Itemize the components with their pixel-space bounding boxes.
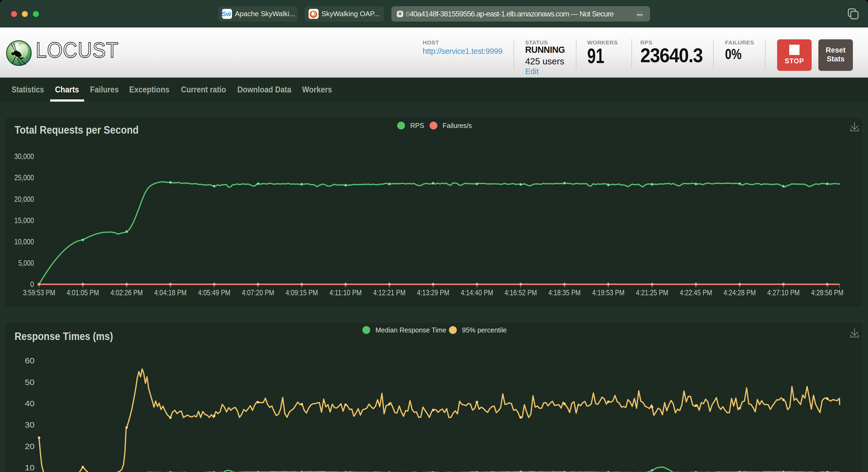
svg-text:4:02:26 PM: 4:02:26 PM — [110, 288, 143, 297]
svg-text:25,000: 25,000 — [14, 173, 34, 182]
svg-text:10: 10 — [25, 463, 34, 472]
svg-text:15,000: 15,000 — [14, 216, 34, 225]
svg-text:30: 30 — [25, 420, 34, 429]
svg-text:20: 20 — [25, 442, 34, 451]
svg-text:4:09:15 PM: 4:09:15 PM — [286, 288, 318, 297]
svg-text:4:18:35 PM: 4:18:35 PM — [548, 288, 581, 297]
svg-text:4:16:52 PM: 4:16:52 PM — [505, 288, 537, 297]
svg-text:4:22:45 PM: 4:22:45 PM — [680, 288, 712, 297]
svg-text:Response Times (ms): Response Times (ms) — [14, 330, 113, 342]
svg-text:4:14:40 PM: 4:14:40 PM — [461, 288, 493, 297]
svg-text:4:07:20 PM: 4:07:20 PM — [242, 288, 274, 297]
svg-text:Failures/s: Failures/s — [443, 122, 472, 129]
svg-text:4:11:10 PM: 4:11:10 PM — [329, 288, 362, 297]
svg-text:30,000: 30,000 — [14, 152, 34, 161]
svg-text:0: 0 — [30, 280, 34, 289]
svg-text:Median Response Time: Median Response Time — [375, 326, 446, 334]
svg-text:4:13:29 PM: 4:13:29 PM — [417, 288, 450, 297]
svg-text:4:19:53 PM: 4:19:53 PM — [592, 288, 624, 297]
svg-text:Total Requests per Second: Total Requests per Second — [14, 124, 138, 136]
svg-text:5,000: 5,000 — [18, 258, 34, 267]
svg-text:10,000: 10,000 — [14, 237, 34, 246]
svg-text:20,000: 20,000 — [14, 195, 34, 203]
svg-text:4:01:05 PM: 4:01:05 PM — [67, 288, 99, 297]
svg-text:40: 40 — [25, 399, 34, 408]
svg-text:50: 50 — [25, 378, 34, 386]
svg-text:60: 60 — [25, 356, 34, 365]
svg-text:4:05:49 PM: 4:05:49 PM — [198, 288, 230, 297]
svg-text:4:12:21 PM: 4:12:21 PM — [373, 288, 406, 297]
svg-text:3:59:53 PM: 3:59:53 PM — [23, 288, 55, 297]
svg-text:4:24:28 PM: 4:24:28 PM — [723, 288, 756, 297]
svg-text:RPS: RPS — [410, 122, 424, 129]
svg-text:4:04:18 PM: 4:04:18 PM — [154, 288, 187, 297]
svg-text:95% percentile: 95% percentile — [462, 326, 506, 334]
svg-text:4:28:56 PM: 4:28:56 PM — [811, 288, 843, 297]
svg-text:4:21:25 PM: 4:21:25 PM — [636, 288, 669, 297]
svg-text:4:27:10 PM: 4:27:10 PM — [767, 288, 800, 297]
